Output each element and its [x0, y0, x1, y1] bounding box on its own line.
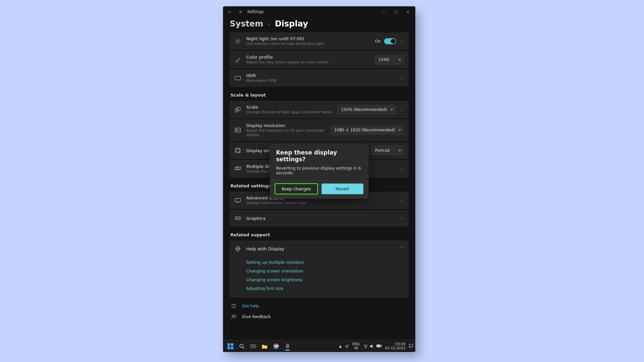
keep-settings-dialog: Keep these display settings? Reverting t…	[270, 144, 368, 198]
chevron-right-icon: ›	[399, 198, 404, 203]
chevron-right-icon: ›	[399, 216, 404, 221]
svg-rect-15	[236, 148, 240, 153]
graphics-title: Graphics	[246, 216, 395, 221]
row-color-profile[interactable]: Color profile Adjust the way colors appe…	[230, 51, 409, 68]
svg-rect-40	[381, 345, 382, 347]
chevron-right-icon: ›	[399, 107, 404, 112]
chevron-right-icon: ›	[268, 21, 270, 27]
row-graphics[interactable]: Graphics ›	[230, 210, 409, 226]
taskbar-taskview[interactable]	[248, 341, 259, 351]
hdr-icon	[234, 76, 241, 80]
app-name-label: Settings	[247, 9, 264, 14]
folder-icon	[262, 344, 268, 349]
scale-icon	[234, 107, 241, 112]
taskbar-file-explorer[interactable]	[259, 341, 270, 351]
keep-changes-button[interactable]: Keep changes	[275, 183, 318, 194]
breadcrumb-parent[interactable]: System	[230, 19, 263, 28]
help-icon	[234, 246, 241, 251]
color-profile-title: Color profile	[246, 55, 370, 60]
svg-rect-41	[377, 345, 380, 347]
help-link-multiple-monitors[interactable]: Setting up multiple monitors	[246, 258, 404, 267]
lang-bot: IN	[352, 346, 360, 350]
resolution-select[interactable]: 362 × 644 (Recommended)	[330, 125, 404, 135]
feedback-label: Give feedback	[242, 314, 271, 319]
gear-icon	[284, 343, 290, 349]
taskbar-search[interactable]	[236, 341, 247, 351]
svg-point-0	[237, 40, 239, 42]
dialog-title: Keep these display settings?	[276, 149, 362, 163]
minimize-button[interactable]: —	[378, 6, 390, 17]
chevron-right-icon: ›	[399, 39, 404, 44]
resolution-icon	[234, 128, 241, 132]
color-profile-sub: Adjust the way colors appear on your scr…	[246, 60, 370, 64]
titlebar: ← ≡ Settings — □ ✕	[223, 6, 415, 17]
chevron-down-icon: ⌄	[399, 167, 404, 171]
svg-rect-19	[235, 198, 240, 202]
maximize-button[interactable]: □	[390, 6, 402, 17]
wifi-icon[interactable]	[363, 344, 368, 348]
dialog-message: Reverting to previous display settings i…	[276, 166, 362, 175]
volume-icon[interactable]	[370, 344, 374, 348]
start-button[interactable]	[225, 341, 236, 351]
help-link-orientation[interactable]: Changing screen orientation	[246, 267, 404, 276]
chrome-icon	[273, 343, 279, 349]
help-link-brightness[interactable]: Changing screen brightness	[246, 276, 404, 284]
back-icon: ←	[228, 10, 231, 14]
row-night-light[interactable]: Night light (on until 07:00) Use warmer …	[230, 33, 409, 50]
chevron-up-icon: ⌃	[399, 246, 404, 251]
color-profile-select[interactable]: 154D	[375, 55, 404, 64]
feedback-icon	[230, 314, 237, 319]
windows-icon	[227, 343, 233, 349]
help-links: Setting up multiple monitors Changing sc…	[230, 256, 409, 297]
minimize-icon: —	[382, 10, 386, 14]
link-give-feedback[interactable]: Give feedback	[230, 311, 409, 322]
row-resolution[interactable]: Display resolution Adjust the resolution…	[230, 119, 409, 141]
svg-rect-16	[235, 149, 240, 152]
hdr-link[interactable]: More about HDR	[246, 78, 395, 83]
orientation-icon	[234, 148, 241, 153]
row-help-display[interactable]: Help with Display ⌃	[230, 241, 409, 257]
resolution-sub: Adjust the resolution to fit your connec…	[246, 128, 326, 137]
advanced-display-sub: Display information, refresh rate	[246, 201, 395, 205]
svg-rect-33	[254, 345, 256, 348]
taskbar-settings[interactable]	[282, 341, 293, 351]
system-tray[interactable]: ▲ ENG IN 03:09 01-12-2023	[339, 342, 413, 350]
dialog-msg-suffix: seconds.	[276, 171, 294, 175]
dialog-countdown: 6	[359, 166, 361, 171]
revert-button[interactable]: Revert	[321, 183, 364, 194]
night-light-title: Night light (on until 07:00)	[246, 36, 370, 41]
scale-title: Scale	[246, 105, 332, 110]
scale-select[interactable]: 150% (Recommended)	[337, 105, 396, 114]
clock[interactable]: 03:09 01-12-2023	[385, 342, 406, 350]
row-scale[interactable]: Scale Change the size of text, apps, and…	[230, 101, 409, 118]
resolution-title: Display resolution	[246, 123, 326, 128]
notifications-icon[interactable]	[409, 344, 413, 348]
link-get-help[interactable]: Get help	[230, 301, 409, 311]
help-link-font-size[interactable]: Adjusting font size	[246, 284, 404, 293]
svg-point-23	[238, 218, 239, 219]
night-light-icon	[234, 39, 241, 44]
back-button[interactable]: ←	[224, 6, 235, 17]
nav-menu-button[interactable]: ≡	[235, 6, 246, 17]
row-hdr[interactable]: HDR More about HDR ›	[230, 69, 409, 86]
orientation-select[interactable]: Portrait	[371, 146, 404, 155]
taskbar-chrome[interactable]	[271, 341, 281, 351]
color-profile-icon	[234, 57, 241, 62]
language-indicator[interactable]: ENG IN	[352, 342, 360, 350]
svg-point-28	[233, 307, 234, 307]
night-light-sub: Use warmer colors to help block blue lig…	[246, 42, 370, 46]
taskbar: ▲ ENG IN 03:09 01-12-2023	[223, 340, 415, 352]
svg-rect-32	[251, 345, 253, 348]
hdr-title: HDR	[246, 73, 395, 78]
tray-overflow-icon[interactable]: ▲	[339, 344, 342, 348]
search-icon	[239, 344, 245, 349]
close-button[interactable]: ✕	[402, 6, 414, 17]
breadcrumb: System › Display	[223, 17, 415, 33]
menu-icon: ≡	[239, 10, 242, 14]
location-icon[interactable]	[345, 344, 349, 348]
night-light-toggle[interactable]	[384, 38, 396, 44]
close-icon: ✕	[406, 10, 409, 14]
dialog-msg-prefix: Reverting to previous display settings i…	[276, 166, 359, 171]
svg-rect-42	[409, 344, 413, 347]
battery-icon[interactable]	[376, 344, 382, 348]
